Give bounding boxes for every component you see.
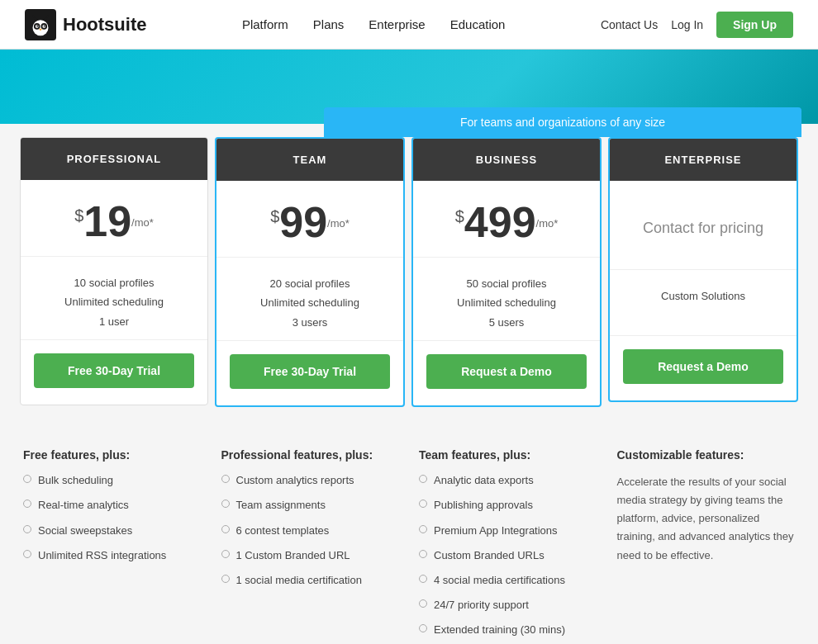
enterprise-custom-solutions: Custom Solutions (626, 286, 780, 305)
bullet-icon (419, 500, 427, 508)
nav-education[interactable]: Education (450, 17, 506, 31)
business-feature-3: 5 users (430, 313, 583, 332)
plan-enterprise-cta: Request a Demo (610, 336, 797, 400)
features-professional-title-bold: Free (23, 448, 48, 462)
team-cta-button[interactable]: Free 30-Day Trial (230, 354, 390, 389)
professional-cta-button[interactable]: Free 30-Day Trial (34, 353, 194, 388)
bullet-icon (221, 525, 230, 533)
bullet-icon (221, 575, 230, 583)
price-dollar-team: $ (270, 207, 279, 226)
features-team-title-bold: Professional (221, 448, 291, 462)
nav-login[interactable]: Log In (671, 18, 703, 31)
plan-team-header: TEAM (216, 139, 403, 181)
features-business-col: Team features, plus: Analytic data expor… (412, 448, 604, 644)
nav-enterprise[interactable]: Enterprise (369, 17, 425, 31)
price-period-team: /mo* (327, 217, 350, 230)
list-item: Unlimited RSS integrations (23, 548, 202, 563)
bullet-icon (221, 475, 230, 483)
enterprise-cta-button[interactable]: Request a Demo (623, 349, 783, 384)
professional-feature-2: Unlimited scheduling (37, 292, 191, 311)
features-enterprise-title: Customizable features: (617, 448, 796, 462)
features-team-list: Custom analytics reports Team assignment… (221, 473, 400, 588)
plan-team: TEAM $ 99 /mo* 20 social profiles Unlimi… (215, 137, 405, 407)
bullet-icon (221, 500, 230, 508)
plans-container: PROFESSIONAL $ 19 /mo* 10 social profile… (17, 137, 801, 407)
nav-right: Contact Us Log In Sign Up (601, 12, 793, 38)
plan-professional-header: PROFESSIONAL (21, 138, 207, 180)
svg-point-6 (36, 25, 38, 26)
features-team-title-suffix: features, plus: (291, 448, 373, 462)
nav-contact[interactable]: Contact Us (601, 18, 658, 31)
signup-button[interactable]: Sign Up (716, 12, 793, 38)
features-professional-list: Bulk scheduling Real-time analytics Soci… (23, 473, 202, 563)
features-business-title-suffix: features, plus: (449, 448, 531, 462)
teams-banner: For teams and organizations of any size (324, 107, 801, 137)
plan-enterprise-features-list: Custom Solutions (610, 270, 797, 336)
team-feature-2: Unlimited scheduling (233, 293, 387, 312)
price-amount-business: 499 (464, 201, 536, 244)
bullet-icon (419, 575, 427, 583)
list-item: Custom analytics reports (221, 473, 400, 488)
list-item: Team assignments (221, 498, 400, 513)
svg-point-7 (44, 25, 45, 26)
professional-feature-3: 1 user (37, 312, 191, 331)
plan-professional: PROFESSIONAL $ 19 /mo* 10 social profile… (20, 137, 208, 405)
price-dollar-professional: $ (74, 206, 83, 225)
bullet-icon (221, 550, 230, 558)
bullet-icon (419, 599, 427, 608)
logo-text: Hootsuite (63, 14, 146, 36)
price-dollar-business: $ (455, 207, 464, 226)
bullet-icon (419, 624, 427, 632)
plan-professional-cta: Free 30-Day Trial (21, 340, 207, 405)
enterprise-contact-pricing: Contact for pricing (626, 201, 780, 256)
plan-business-cta: Request a Demo (413, 341, 600, 405)
features-business-title: Team features, plus: (419, 448, 597, 462)
business-feature-1: 50 social profiles (430, 274, 583, 293)
features-team-col: Professional features, plus: Custom anal… (215, 448, 407, 644)
business-cta-button[interactable]: Request a Demo (426, 354, 587, 389)
plan-enterprise: ENTERPRISE Contact for pricing Custom So… (608, 137, 798, 402)
professional-feature-1: 10 social profiles (37, 273, 191, 292)
price-period-professional: /mo* (131, 216, 154, 229)
list-item: Analytic data exports (419, 473, 597, 488)
price-amount-team: 99 (279, 201, 327, 244)
list-item: 4 social media certifications (419, 573, 597, 588)
plan-professional-features-list: 10 social profiles Unlimited scheduling … (21, 257, 207, 340)
bullet-icon (419, 525, 427, 533)
features-professional-title-suffix: features, plus: (48, 448, 131, 462)
enterprise-description: Accelerate the results of your social me… (617, 473, 796, 564)
team-feature-3: 3 users (233, 313, 387, 332)
plan-team-features-list: 20 social profiles Unlimited scheduling … (216, 258, 403, 341)
list-item: Publishing approvals (419, 498, 597, 513)
list-item: Real-time analytics (23, 498, 202, 513)
bullet-icon (23, 525, 31, 533)
nav-platform[interactable]: Platform (242, 17, 288, 31)
plan-business-price: $ 499 /mo* (413, 181, 600, 258)
features-professional-title: Free features, plus: (23, 448, 202, 462)
features-professional-col: Free features, plus: Bulk scheduling Rea… (17, 448, 208, 644)
hootsuite-owl-icon (25, 9, 56, 40)
features-business-title-bold: Team (419, 448, 449, 462)
plan-business-header: BUSINESS (413, 139, 600, 181)
list-item: 24/7 priority support (419, 598, 597, 613)
business-feature-2: Unlimited scheduling (430, 293, 583, 312)
bullet-icon (23, 475, 31, 483)
list-item: 1 social media certification (221, 573, 400, 588)
list-item: 1 Custom Branded URL (221, 548, 400, 563)
plan-business: BUSINESS $ 499 /mo* 50 social profiles U… (411, 137, 602, 407)
plan-enterprise-price: Contact for pricing (610, 181, 797, 270)
list-item: Social sweepstakes (23, 523, 202, 538)
list-item: Extended training (30 mins) (419, 623, 597, 637)
pricing-section: For teams and organizations of any size … (0, 124, 818, 644)
features-team-title: Professional features, plus: (221, 448, 400, 462)
bullet-icon (419, 475, 427, 483)
logo[interactable]: Hootsuite (25, 9, 146, 40)
features-section: Free features, plus: Bulk scheduling Rea… (17, 424, 801, 644)
bullet-icon (23, 500, 31, 508)
navbar: Hootsuite Platform Plans Enterprise Educ… (0, 0, 818, 50)
list-item: Premium App Integrations (419, 523, 597, 538)
bullet-icon (23, 550, 31, 558)
bullet-icon (419, 550, 427, 558)
nav-plans[interactable]: Plans (313, 17, 345, 31)
features-enterprise-title-bold: Customizable (617, 448, 692, 462)
